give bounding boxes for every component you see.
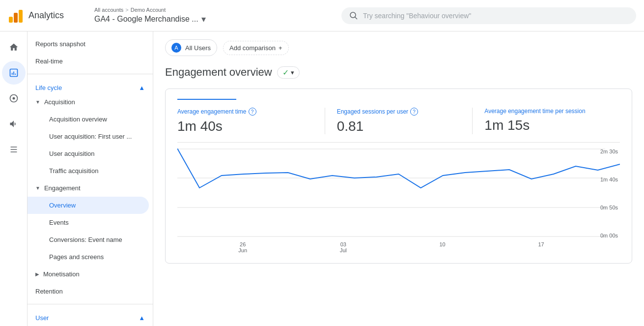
icon-nav — [0, 31, 28, 326]
sidebar: Reports snapshot Real-time Life cycle ▲ … — [28, 31, 153, 326]
all-users-chip[interactable]: A All Users — [165, 39, 217, 56]
metric-value-engaged-sessions: 0.81 — [337, 119, 473, 134]
logo-area: Analytics — [8, 8, 86, 24]
svg-rect-0 — [9, 17, 13, 23]
heading-badge[interactable]: ✓ ▾ — [277, 66, 300, 79]
configure-icon — [9, 145, 19, 154]
add-comparison-button[interactable]: Add comparison + — [223, 41, 289, 55]
page-heading: Engagement overview ✓ ▾ — [165, 66, 632, 79]
metrics-card: Average engagement time ? 1m 40s Engaged… — [165, 89, 632, 264]
svg-rect-11 — [10, 147, 17, 148]
sidebar-item-overview[interactable]: Overview — [28, 197, 149, 214]
analytics-logo — [8, 8, 24, 24]
plus-icon: + — [279, 44, 282, 52]
svg-rect-1 — [14, 13, 18, 23]
sidebar-item-retention[interactable]: Retention — [28, 283, 153, 300]
sidebar-item-user-acquisition-first[interactable]: User acquisition: First user ... — [28, 128, 153, 145]
nav-configure[interactable] — [2, 138, 26, 161]
chevron-up-icon: ▲ — [139, 84, 145, 91]
chevron-down-icon-badge: ▾ — [291, 69, 294, 76]
main-content: A All Users Add comparison + Engagement … — [153, 31, 644, 326]
svg-point-10 — [12, 97, 15, 100]
search-placeholder: Try searching "Behaviour overview" — [363, 12, 471, 20]
metric-value-avg-engagement: 1m 40s — [177, 119, 313, 134]
chevron-up-icon-2: ▲ — [139, 314, 145, 322]
nav-explore[interactable] — [2, 87, 26, 110]
sidebar-item-traffic-acquisition[interactable]: Traffic acquisition — [28, 162, 153, 179]
explore-icon — [9, 93, 19, 103]
filter-bar: A All Users Add comparison + — [165, 39, 632, 56]
check-icon: ✓ — [282, 68, 289, 77]
chart-line — [177, 148, 620, 188]
sidebar-category-engagement[interactable]: ▼ Engagement — [28, 179, 153, 197]
search-bar[interactable]: Try searching "Behaviour overview" — [341, 7, 636, 24]
triangle-down-icon: ▼ — [35, 99, 40, 105]
account-name-dropdown[interactable]: GA4 - Google Merchandise ... ▾ — [94, 14, 206, 25]
x-label-jun26: 26 Jun — [238, 241, 247, 253]
nav-reports[interactable] — [2, 61, 26, 85]
x-label-10: 10 — [439, 241, 445, 253]
engagement-chart — [177, 148, 620, 237]
x-label-17: 17 — [538, 241, 544, 253]
sidebar-section-life-cycle[interactable]: Life cycle ▲ — [28, 78, 153, 93]
metrics-row: Average engagement time ? 1m 40s Engaged… — [177, 108, 620, 134]
metric-avg-per-session: Average engagement time per session 1m 1… — [472, 108, 620, 134]
x-label-jul03: 03 Jul — [340, 241, 347, 253]
help-icon-2[interactable]: ? — [410, 108, 418, 116]
metric-label-avg-per-session: Average engagement time per session — [484, 108, 620, 115]
search-icon — [349, 11, 358, 20]
account-selector: All accounts > Demo Account GA4 - Google… — [94, 7, 206, 25]
metric-label-avg-engagement: Average engagement time ? — [177, 108, 313, 116]
main-layout: Reports snapshot Real-time Life cycle ▲ … — [0, 31, 644, 326]
home-icon — [9, 42, 19, 52]
svg-point-3 — [350, 12, 356, 18]
sidebar-item-reports-snapshot[interactable]: Reports snapshot — [28, 35, 153, 53]
metric-engaged-sessions: Engaged sessions per user ? 0.81 — [325, 108, 473, 134]
app-title: Analytics — [28, 10, 64, 21]
sidebar-item-conversions[interactable]: Conversions: Event name — [28, 231, 153, 248]
help-icon-1[interactable]: ? — [249, 108, 256, 116]
top-header: Analytics All accounts > Demo Account GA… — [0, 0, 644, 31]
triangle-down-icon-2: ▼ — [35, 185, 40, 191]
sidebar-item-events[interactable]: Events — [28, 214, 153, 231]
nav-home[interactable] — [2, 35, 26, 59]
svg-rect-2 — [19, 10, 23, 23]
chip-avatar: A — [171, 43, 181, 53]
advertising-icon — [9, 119, 19, 129]
sidebar-item-real-time[interactable]: Real-time — [28, 53, 153, 70]
sidebar-item-acquisition-overview[interactable]: Acquisition overview — [28, 111, 153, 128]
svg-rect-12 — [10, 149, 17, 150]
y-axis-labels: 2m 30s 1m 40s 0m 50s 0m 00s — [588, 148, 618, 238]
sidebar-item-pages-and-screens[interactable]: Pages and screens — [28, 248, 153, 266]
chevron-down-icon: ▾ — [201, 14, 206, 25]
account-breadcrumb: All accounts > Demo Account — [94, 7, 206, 13]
sidebar-section-user[interactable]: User ▲ — [28, 308, 153, 324]
x-axis-labels: 26 Jun 03 Jul 10 17 — [177, 238, 620, 253]
metric-label-engaged-sessions: Engaged sessions per user ? — [337, 108, 473, 116]
triangle-right-icon: ▶ — [35, 271, 39, 277]
sidebar-category-acquisition[interactable]: ▼ Acquisition — [28, 93, 153, 111]
svg-line-4 — [355, 17, 358, 19]
sidebar-category-monetisation[interactable]: ▶ Monetisation — [28, 266, 153, 283]
reports-icon — [9, 68, 19, 78]
page-title: Engagement overview — [165, 66, 272, 79]
metric-avg-engagement: Average engagement time ? 1m 40s — [177, 108, 325, 134]
metric-value-avg-per-session: 1m 15s — [484, 118, 620, 133]
svg-rect-13 — [10, 151, 17, 152]
nav-advertising[interactable] — [2, 112, 26, 136]
sidebar-item-user-acquisition[interactable]: User acquisition — [28, 145, 153, 162]
